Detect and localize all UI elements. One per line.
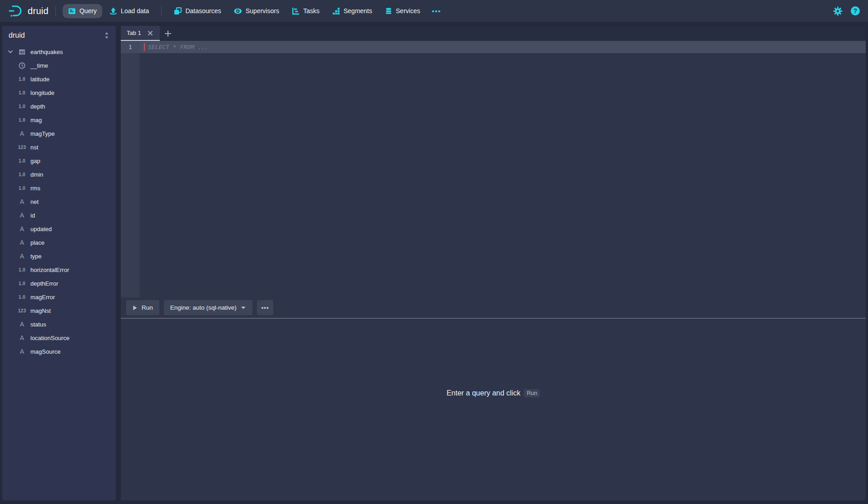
tree-item-label: mag: [30, 117, 42, 124]
add-tab-button[interactable]: [160, 26, 176, 41]
database-icon: [385, 7, 392, 15]
tree-item[interactable]: A type: [2, 249, 116, 263]
tree-item-label: magNst: [30, 307, 51, 314]
nav-item-query[interactable]: Query: [63, 4, 102, 18]
tree-item[interactable]: A id: [2, 208, 116, 222]
top-nav-bar: druid Query Load data Datasources: [0, 0, 868, 22]
help-icon[interactable]: ?: [851, 6, 860, 15]
run-button[interactable]: Run: [126, 300, 159, 315]
nav-item-label: Services: [396, 7, 420, 15]
column-type-icon: 1.0: [19, 77, 25, 82]
nav-item-segments[interactable]: Segments: [327, 4, 378, 18]
column-type-icon: 123: [18, 308, 26, 313]
editor-placeholder: SELECT * FROM ...: [148, 44, 208, 50]
nav-item-label: Datasources: [185, 7, 221, 15]
column-type-icon: A: [20, 321, 25, 328]
run-chip: Run: [524, 389, 540, 397]
close-tab-icon[interactable]: [147, 30, 154, 37]
tree-item[interactable]: 1.0 depth: [2, 99, 116, 113]
tree-item[interactable]: A magSource: [2, 345, 116, 358]
column-type-icon: 1.0: [19, 186, 25, 191]
text-cursor: [144, 43, 145, 51]
sql-editor[interactable]: 1 SELECT * FROM ...: [121, 41, 866, 297]
tree-item-label: rms: [30, 185, 40, 192]
tree-item-label: dmin: [30, 171, 43, 178]
nav-more-button[interactable]: •••: [427, 5, 445, 18]
nav-item-load-data[interactable]: Load data: [104, 4, 154, 18]
nav-item-datasources[interactable]: Datasources: [168, 4, 227, 18]
header-divider: [55, 6, 56, 16]
column-type-icon: 1.0: [19, 158, 25, 163]
column-type-icon: A: [20, 239, 25, 246]
tree-item[interactable]: 123 magNst: [2, 304, 116, 317]
tree-item[interactable]: 1.0 longitude: [2, 86, 116, 99]
datasources-icon: [174, 7, 182, 15]
tree-item-label: id: [30, 212, 35, 219]
console-icon: [68, 7, 76, 15]
tree-item[interactable]: A net: [2, 195, 116, 208]
query-more-button[interactable]: •••: [257, 300, 273, 315]
clock-icon: [19, 62, 25, 69]
tree-item[interactable]: 1.0 depthError: [2, 277, 116, 290]
column-type-icon: 1.0: [19, 104, 25, 109]
tab-1[interactable]: Tab 1: [121, 26, 160, 41]
tree-item-label: magError: [30, 294, 55, 301]
tree-item[interactable]: 1.0 dmin: [2, 168, 116, 181]
run-bar: Run Engine: auto (sql-native) •••: [121, 297, 866, 318]
tab-strip: Tab 1: [121, 26, 866, 41]
tree-item[interactable]: 1.0 gap: [2, 154, 116, 168]
column-type-icon: A: [20, 198, 25, 205]
editor-body[interactable]: [140, 53, 866, 297]
nav-item-label: Tasks: [303, 7, 320, 15]
editor-active-line[interactable]: SELECT * FROM ...: [140, 41, 866, 53]
column-type-icon: A: [20, 334, 25, 341]
tree-item[interactable]: 123 nst: [2, 140, 116, 154]
tree-item[interactable]: A magType: [2, 127, 116, 140]
schema-name: druid: [9, 31, 25, 40]
engine-select-label: Engine: auto (sql-native): [170, 304, 237, 311]
column-tree: earthquakes __time 1.0 lati: [2, 45, 116, 358]
upload-icon: [109, 7, 117, 15]
nav-item-label: Query: [79, 7, 97, 15]
editor-gutter: [121, 53, 140, 297]
column-type-icon: A: [20, 130, 25, 137]
schema-selector[interactable]: druid: [2, 26, 116, 45]
nav-item-label: Supervisors: [246, 7, 279, 15]
column-type-icon: A: [20, 225, 25, 232]
column-type-icon: 1.0: [19, 281, 25, 286]
tree-item-label: earthquakes: [30, 49, 63, 55]
tree-item[interactable]: A status: [2, 317, 116, 331]
nav-item-tasks[interactable]: Tasks: [286, 4, 325, 18]
tree-item-label: place: [30, 239, 44, 246]
secondary-nav: Datasources Supervisors Tasks Segments S…: [168, 4, 445, 18]
tree-item[interactable]: earthquakes: [2, 45, 116, 59]
engine-select[interactable]: Engine: auto (sql-native): [164, 300, 252, 315]
nav-item-label: Load data: [121, 7, 149, 15]
tree-item-label: magSource: [30, 348, 60, 355]
results-message: Enter a query and click: [447, 389, 521, 397]
nav-item-supervisors[interactable]: Supervisors: [228, 4, 285, 18]
tree-item[interactable]: A locationSource: [2, 331, 116, 345]
column-type-icon: A: [20, 252, 25, 260]
column-type-icon: 1.0: [19, 118, 25, 123]
column-type-icon: 1.0: [19, 267, 25, 272]
tree-item[interactable]: A updated: [2, 222, 116, 236]
tree-item[interactable]: 1.0 horizontalError: [2, 263, 116, 277]
tree-item-label: magType: [30, 130, 54, 137]
tree-item-label: locationSource: [30, 335, 69, 341]
tree-item[interactable]: __time: [2, 59, 116, 72]
column-type-icon: A: [20, 348, 25, 355]
settings-gear-icon[interactable]: [833, 6, 843, 16]
gantt-chart-icon: [292, 7, 300, 15]
chevron-down-icon[interactable]: [8, 49, 17, 54]
column-type-icon: 123: [18, 145, 26, 150]
tree-item[interactable]: 1.0 mag: [2, 113, 116, 127]
tree-item[interactable]: 1.0 magError: [2, 290, 116, 304]
header-divider: [161, 6, 162, 16]
double-caret-vertical-icon[interactable]: [104, 32, 110, 39]
tree-item[interactable]: 1.0 latitude: [2, 72, 116, 86]
tree-item[interactable]: A place: [2, 236, 116, 249]
schema-sidebar: druid earthquakes: [2, 26, 116, 500]
nav-item-services[interactable]: Services: [380, 4, 426, 18]
tree-item[interactable]: 1.0 rms: [2, 181, 116, 195]
